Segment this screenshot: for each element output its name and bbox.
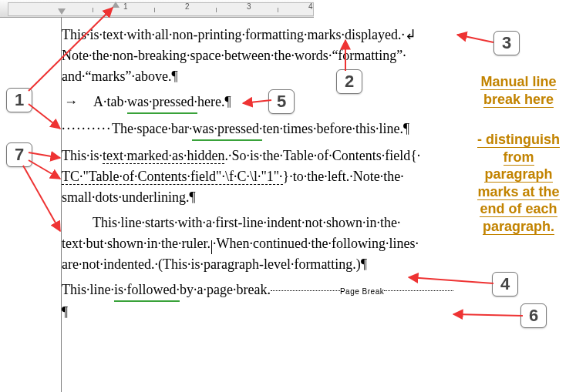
- text: ·When·continued·the·following·lines·: [213, 236, 419, 251]
- anno-text: break here: [483, 92, 554, 108]
- svg-line-1: [29, 104, 60, 129]
- tab-arrow-icon: →: [62, 92, 80, 112]
- callout-4: 4: [492, 272, 518, 297]
- paragraph-2-tab: → A·tab·was·pressed·here.: [62, 92, 455, 114]
- annotation-note-manual-line-break: Manual line break here: [474, 73, 563, 108]
- page-break-line: [271, 290, 340, 291]
- pilcrow-icon: [171, 69, 177, 84]
- leading-spaces: ··········: [62, 121, 112, 136]
- ruler-tick: [154, 8, 155, 12]
- text: This·line·starts·with·a·first-line·inden…: [93, 215, 400, 230]
- text: Note·the·non-breaking·space·between·the·…: [62, 48, 406, 63]
- svg-line-9: [23, 166, 60, 231]
- hidden-text: text·marked·as·hidden: [103, 148, 224, 164]
- svg-line-8: [29, 160, 60, 179]
- paragraph-3-spaces: ··········The·space·bar·was·pressed·ten·…: [62, 119, 455, 141]
- text: This·is·text·with·all·non-printing·forma…: [62, 27, 405, 42]
- text: ten·times·before·this·line.: [262, 121, 402, 136]
- pilcrow-icon: [190, 189, 196, 205]
- text-caret: [211, 240, 212, 254]
- first-line-indent-marker-icon[interactable]: [112, 2, 120, 8]
- ruler-number-2: 2: [185, 2, 190, 11]
- paragraph-5-firstline-indent: This·line·starts·with·a·first-line·inden…: [62, 213, 455, 275]
- callout-7: 7: [6, 142, 32, 167]
- ruler[interactable]: 1 2 3 4: [0, 0, 314, 18]
- manual-line-break-icon: ↲: [405, 27, 416, 42]
- callout-1: 1: [6, 88, 32, 112]
- text: and·“marks”·above.: [62, 69, 171, 84]
- anno-text: paragraph.: [483, 219, 554, 235]
- page-break-line: [384, 290, 453, 291]
- callout-5: 5: [268, 89, 295, 114]
- ruler-number-3: 3: [247, 2, 251, 11]
- anno-text: paragraph: [484, 166, 552, 183]
- ruler-tick: [278, 8, 278, 12]
- pilcrow-icon: [403, 121, 409, 136]
- grammar-underline: was·pressed·: [192, 119, 262, 141]
- document-body[interactable]: This·is·text·with·all·non-printing·forma…: [62, 25, 455, 327]
- ruler-number-1: 1: [123, 2, 128, 11]
- text: small·dots·underlining.: [62, 189, 190, 205]
- anno-text: Manual line: [480, 74, 556, 90]
- text: text·but·shown·in·the·ruler.: [62, 236, 210, 251]
- annotation-note-distinguish: - distinguish from paragraph marks at th…: [474, 131, 563, 235]
- text: This·line·: [62, 282, 114, 297]
- anno-text: marks at the: [477, 184, 559, 200]
- text: by·a·page·break.: [180, 282, 271, 297]
- text: This·is·: [62, 148, 103, 163]
- paragraph-6-pagebreak: This·line·is·followed·by·a·page·break.Pa…: [62, 280, 455, 323]
- paragraph-1: This·is·text·with·all·non-printing·forma…: [62, 25, 455, 87]
- hanging-indent-marker-icon[interactable]: [58, 8, 66, 15]
- pilcrow-icon: [361, 256, 367, 272]
- callout-3: 3: [493, 31, 520, 55]
- ruler-track: [8, 2, 314, 16]
- svg-line-3: [457, 35, 493, 42]
- page-break-label: Page Break: [340, 287, 384, 296]
- anno-text: - distinguish: [477, 132, 560, 148]
- anno-text: from: [503, 149, 534, 166]
- svg-line-7: [29, 152, 60, 158]
- text: A·tab·: [93, 94, 127, 109]
- grammar-underline: is·followed·: [114, 280, 180, 302]
- ruler-number-4: 4: [308, 2, 313, 11]
- callout-6: 6: [520, 303, 547, 328]
- stage: { "ruler": { "numbers": ["1","2","3","4"…: [0, 0, 586, 392]
- text: here.: [197, 94, 224, 109]
- ruler-tick: [216, 8, 217, 12]
- text: are·not·indented.·(This·is·paragraph-lev…: [62, 256, 361, 272]
- paragraph-4-hidden: This·is·text·marked·as·hidden.·So·is·the…: [62, 146, 455, 208]
- svg-line-6: [453, 314, 523, 316]
- text: .·So·is·the·Table·of·Contents·field: [224, 148, 410, 163]
- anno-text: end of each: [480, 201, 557, 217]
- hidden-text: TC·"Table·of·Contents·field"·\f·C·\l·"1"…: [62, 169, 283, 185]
- pilcrow-icon: [62, 304, 68, 320]
- pilcrow-icon: [224, 94, 231, 109]
- ruler-tick: [93, 8, 93, 12]
- field-brace-close-icon: }: [283, 169, 290, 184]
- text: The·space·bar·: [112, 121, 192, 136]
- callout-2: 2: [336, 69, 362, 94]
- text: ·to·the·left.·Note·the·: [289, 169, 403, 184]
- field-brace-open-icon: {·: [410, 148, 420, 163]
- grammar-underline: was·pressed·: [127, 92, 197, 114]
